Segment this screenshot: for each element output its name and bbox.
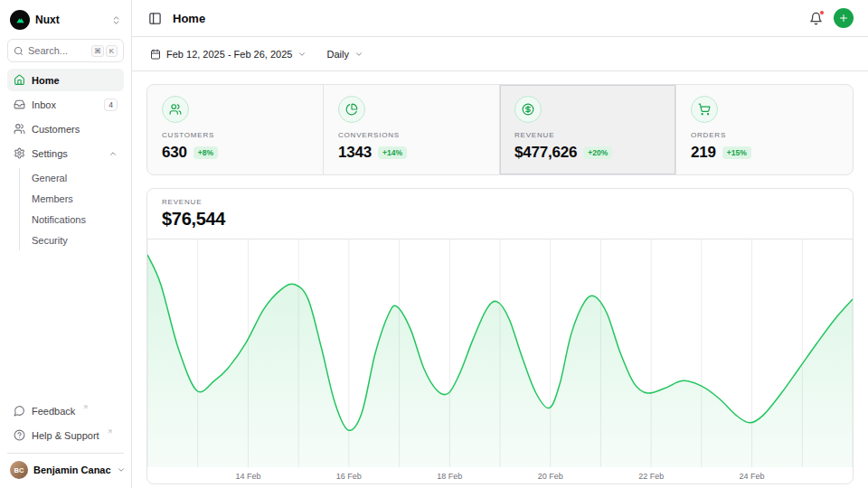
circle-dollar-icon (514, 96, 542, 123)
shopping-cart-icon (691, 96, 718, 123)
search-icon (14, 46, 24, 56)
sidebar-item-customers[interactable]: Customers (7, 117, 124, 140)
stat-value: 630 (162, 144, 187, 162)
sidebar-item-general[interactable]: General (24, 168, 124, 188)
chevron-up-icon (108, 149, 118, 158)
sidebar-footer-nav: Feedback Help & Support (7, 399, 124, 446)
search-input[interactable]: Search... ⌘K (7, 39, 124, 62)
stats-row: CUSTOMERS 630 +8% CONVERSIONS 1343 +14% (146, 84, 854, 175)
sidebar-item-label: Settings (32, 148, 102, 159)
revenue-chart-svg: 14 Feb16 Feb18 Feb20 Feb22 Feb24 Feb (147, 239, 853, 483)
chart-total-value: $76,544 (162, 209, 838, 230)
inbox-icon (14, 99, 25, 110)
nuxt-logo-icon (10, 10, 30, 30)
sub-item-label: Members (32, 193, 73, 204)
notifications-bell-button[interactable] (807, 10, 825, 27)
sub-item-label: Notifications (32, 214, 86, 225)
date-range-picker[interactable]: Feb 12, 2025 - Feb 26, 2025 (145, 45, 312, 63)
sidebar-item-label: Inbox (32, 99, 98, 110)
x-axis-label: 20 Feb (538, 472, 563, 481)
search-placeholder: Search... (28, 45, 87, 56)
revenue-chart-card: REVENUE $76,544 14 Feb16 Feb18 Feb20 Feb… (146, 188, 854, 484)
sidebar-item-security[interactable]: Security (24, 230, 124, 250)
chat-bubble-icon (14, 405, 25, 417)
workspace-name: Nuxt (35, 14, 106, 26)
sidebar-item-label: Home (32, 75, 118, 86)
stat-delta-badge: +15% (722, 146, 751, 159)
period-label: Daily (326, 49, 348, 60)
x-axis-label: 24 Feb (740, 472, 765, 481)
chart-pie-icon (338, 96, 365, 123)
sidebar-toggle-icon[interactable] (146, 10, 164, 27)
page-header: Home (132, 0, 868, 37)
help-circle-icon (14, 429, 25, 441)
stat-value: 1343 (338, 144, 372, 162)
sidebar-item-help-support[interactable]: Help & Support (7, 424, 124, 446)
chart-header: REVENUE $76,544 (147, 189, 853, 239)
filters-toolbar: Feb 12, 2025 - Feb 26, 2025 Daily (132, 37, 868, 71)
stat-card-orders[interactable]: ORDERS 219 +15% (676, 85, 853, 174)
sidebar-item-label: Help & Support (32, 430, 99, 441)
date-range-label: Feb 12, 2025 - Feb 26, 2025 (166, 49, 292, 60)
app-window: Nuxt Search... ⌘K Home (0, 0, 868, 488)
users-icon (14, 123, 25, 135)
stat-delta-badge: +8% (193, 146, 218, 159)
kbd-k: K (106, 45, 118, 57)
calendar-icon (150, 49, 161, 60)
period-select[interactable]: Daily (321, 45, 368, 63)
stat-card-customers[interactable]: CUSTOMERS 630 +8% (147, 85, 324, 174)
chevron-down-icon (117, 465, 126, 474)
sidebar-item-settings[interactable]: Settings (7, 142, 124, 164)
sidebar-item-label: Feedback (32, 406, 75, 417)
revenue-area-chart: 14 Feb16 Feb18 Feb20 Feb22 Feb24 Feb (147, 239, 853, 483)
add-button[interactable] (834, 8, 854, 28)
external-link-icon (107, 428, 113, 435)
x-axis-label: 22 Feb (638, 472, 664, 481)
chevron-down-icon (297, 50, 307, 59)
user-menu-button[interactable]: BC Benjamin Canac (7, 453, 124, 481)
chevrons-up-down-icon (111, 15, 121, 25)
stat-delta-badge: +20% (583, 146, 612, 159)
home-icon (14, 74, 25, 86)
sidebar-item-members[interactable]: Members (24, 189, 124, 209)
kbd-cmd: ⌘ (91, 45, 104, 57)
search-shortcut: ⌘K (91, 45, 118, 57)
stat-label: CONVERSIONS (338, 131, 485, 139)
sub-item-label: General (32, 173, 67, 183)
x-axis-label: 18 Feb (437, 472, 462, 481)
sidebar-nav: Home Inbox 4 Customers Settings (7, 69, 124, 250)
x-axis-label: 14 Feb (235, 472, 260, 481)
sidebar: Nuxt Search... ⌘K Home (0, 0, 132, 488)
settings-subnav: General Members Notifications Security (19, 168, 124, 250)
inbox-count-badge: 4 (104, 99, 118, 111)
sidebar-item-inbox[interactable]: Inbox 4 (7, 93, 124, 116)
stat-delta-badge: +14% (378, 146, 407, 159)
page-title: Home (173, 12, 205, 25)
chevron-down-icon (354, 50, 363, 59)
dashboard-content: CUSTOMERS 630 +8% CONVERSIONS 1343 +14% (132, 71, 868, 488)
notification-dot (819, 10, 825, 15)
stat-label: ORDERS (691, 131, 838, 139)
x-axis-label: 16 Feb (336, 472, 362, 481)
workspace-switcher[interactable]: Nuxt (7, 7, 124, 33)
stat-value: 219 (691, 144, 716, 162)
sidebar-item-home[interactable]: Home (7, 69, 124, 91)
sidebar-item-feedback[interactable]: Feedback (7, 399, 124, 422)
avatar: BC (10, 461, 28, 479)
stat-card-conversions[interactable]: CONVERSIONS 1343 +14% (324, 85, 500, 174)
chart-title: REVENUE (162, 198, 838, 206)
sidebar-item-label: Customers (32, 124, 118, 135)
main-panel: Home Feb 12, 2025 - Feb 26, 2025 (132, 0, 868, 488)
user-name: Benjamin Canac (33, 465, 111, 475)
gear-icon (14, 147, 25, 159)
sidebar-spacer (7, 250, 124, 399)
stat-value: $477,626 (514, 144, 577, 162)
stat-label: CUSTOMERS (162, 131, 308, 139)
stat-card-revenue[interactable]: REVENUE $477,626 +20% (500, 85, 676, 174)
sub-item-label: Security (32, 235, 68, 246)
external-link-icon (82, 404, 89, 410)
stat-label: REVENUE (514, 131, 661, 139)
users-icon (162, 96, 189, 123)
sidebar-item-notifications[interactable]: Notifications (24, 210, 124, 230)
